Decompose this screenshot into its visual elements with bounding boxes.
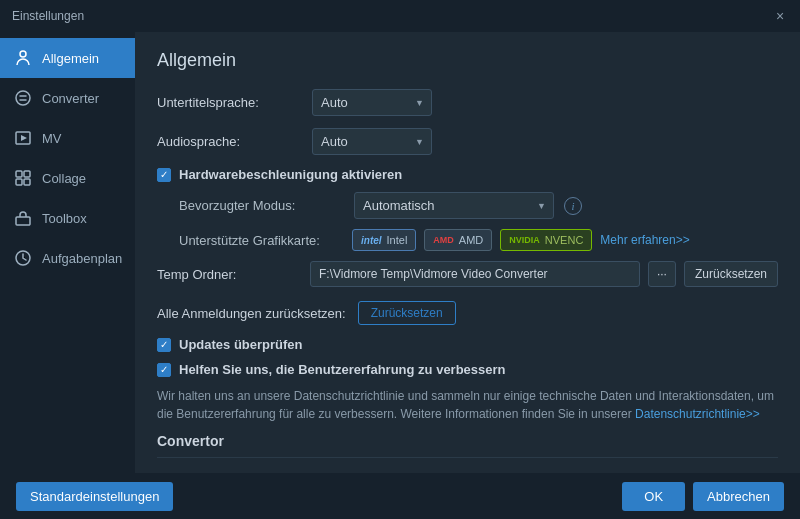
sidebar-item-collage[interactable]: Collage [0, 158, 135, 198]
gpu-label: Unterstützte Grafikkarte: [179, 233, 344, 248]
footer-right: OK Abbrechen [622, 482, 784, 511]
help-description: Wir halten uns an unsere Datenschutzrich… [157, 387, 778, 423]
standardeinstellungen-button[interactable]: Standardeinstellungen [16, 482, 173, 511]
audio-select-wrapper: Auto [312, 128, 432, 155]
toolbox-icon [14, 209, 32, 227]
help-checkbox[interactable] [157, 363, 171, 377]
temp-zurücksetzen-button[interactable]: Zurücksetzen [684, 261, 778, 287]
subtitle-select[interactable]: Auto [312, 89, 432, 116]
subtitle-select-wrapper: Auto [312, 89, 432, 116]
svg-rect-6 [16, 179, 22, 185]
audio-select[interactable]: Auto [312, 128, 432, 155]
svg-rect-4 [16, 171, 22, 177]
amd-badge[interactable]: AMD AMD [424, 229, 492, 251]
nvenc-label: NVENC [545, 234, 584, 246]
bev-modus-select[interactable]: Automatisch [354, 192, 554, 219]
nvenc-badge[interactable]: NVIDIA NVENC [500, 229, 592, 251]
bev-modus-label: Bevorzugter Modus: [179, 198, 344, 213]
subtitle-row: Untertitelsprache: Auto [157, 89, 778, 116]
mv-icon [14, 129, 32, 147]
mehr-erfahren-link[interactable]: Mehr erfahren>> [600, 233, 689, 247]
svg-point-1 [16, 91, 30, 105]
updates-row: Updates überprüfen [157, 337, 778, 352]
svg-marker-3 [21, 135, 27, 141]
intel-logo: intel [361, 235, 382, 246]
sidebar-item-label-converter: Converter [42, 91, 99, 106]
convertor-heading: Convertor [157, 433, 778, 458]
content-area: Allgemein Converter MV [0, 32, 800, 473]
audio-row: Audiosprache: Auto [157, 128, 778, 155]
collage-icon [14, 169, 32, 187]
allgemein-icon [14, 49, 32, 67]
temp-row: Temp Ordner: ··· Zurücksetzen [157, 261, 778, 287]
intel-badge[interactable]: intel Intel [352, 229, 416, 251]
svg-rect-8 [16, 217, 30, 225]
aufgabenplan-icon [14, 249, 32, 267]
temp-ordner-label: Temp Ordner: [157, 267, 302, 282]
sidebar: Allgemein Converter MV [0, 32, 135, 473]
sidebar-item-converter[interactable]: Converter [0, 78, 135, 118]
info-icon[interactable]: i [564, 197, 582, 215]
intel-label: Intel [387, 234, 408, 246]
sidebar-item-label-aufgabenplan: Aufgabenplan [42, 251, 122, 266]
sidebar-item-allgemein[interactable]: Allgemein [0, 38, 135, 78]
privacy-link[interactable]: Datenschutzrichtlinie>> [635, 407, 760, 421]
sidebar-item-label-allgemein: Allgemein [42, 51, 99, 66]
audio-label: Audiosprache: [157, 134, 302, 149]
page-title: Allgemein [157, 50, 778, 71]
updates-label: Updates überprüfen [179, 337, 303, 352]
titlebar: Einstellungen × [0, 0, 800, 32]
footer-left: Standardeinstellungen [16, 482, 173, 511]
sidebar-item-label-collage: Collage [42, 171, 86, 186]
subtitle-label: Untertitelsprache: [157, 95, 302, 110]
help-section: Helfen Sie uns, die Benutzererfahrung zu… [157, 362, 778, 423]
svg-point-0 [20, 51, 26, 57]
help-label: Helfen Sie uns, die Benutzererfahrung zu… [179, 362, 506, 377]
sidebar-item-mv[interactable]: MV [0, 118, 135, 158]
updates-checkbox[interactable] [157, 338, 171, 352]
converter-icon [14, 89, 32, 107]
amd-logo: AMD [433, 235, 454, 245]
alle-row: Alle Anmeldungen zurücksetzen: Zurückset… [157, 301, 778, 325]
sidebar-item-toolbox[interactable]: Toolbox [0, 198, 135, 238]
gpu-row: Unterstützte Grafikkarte: intel Intel AM… [179, 229, 778, 251]
temp-dots-button[interactable]: ··· [648, 261, 676, 287]
alle-label: Alle Anmeldungen zurücksetzen: [157, 306, 346, 321]
main-content: Allgemein Untertitelsprache: Auto Audios… [135, 32, 800, 473]
hw-accel-row: Hardwarebeschleunigung aktivieren [157, 167, 778, 182]
sidebar-item-aufgabenplan[interactable]: Aufgabenplan [0, 238, 135, 278]
hw-accel-checkbox[interactable] [157, 168, 171, 182]
help-row: Helfen Sie uns, die Benutzererfahrung zu… [157, 362, 778, 377]
close-button[interactable]: × [772, 8, 788, 24]
bev-modus-select-wrapper: Automatisch [354, 192, 554, 219]
svg-rect-5 [24, 171, 30, 177]
settings-window: Einstellungen × Allgemein [0, 0, 800, 519]
abbrechen-button[interactable]: Abbrechen [693, 482, 784, 511]
amd-label: AMD [459, 234, 483, 246]
window-title: Einstellungen [12, 9, 84, 23]
temp-ordner-input[interactable] [310, 261, 640, 287]
ok-button[interactable]: OK [622, 482, 685, 511]
sidebar-item-label-mv: MV [42, 131, 62, 146]
svg-rect-7 [24, 179, 30, 185]
sidebar-item-label-toolbox: Toolbox [42, 211, 87, 226]
bev-row: Bevorzugter Modus: Automatisch i [179, 192, 778, 219]
nvenc-logo: NVIDIA [509, 235, 540, 245]
alle-zurücksetzen-button[interactable]: Zurücksetzen [358, 301, 456, 325]
footer: Standardeinstellungen OK Abbrechen [0, 473, 800, 519]
hw-accel-label: Hardwarebeschleunigung aktivieren [179, 167, 402, 182]
indent-section: Bevorzugter Modus: Automatisch i Unterst… [179, 192, 778, 251]
